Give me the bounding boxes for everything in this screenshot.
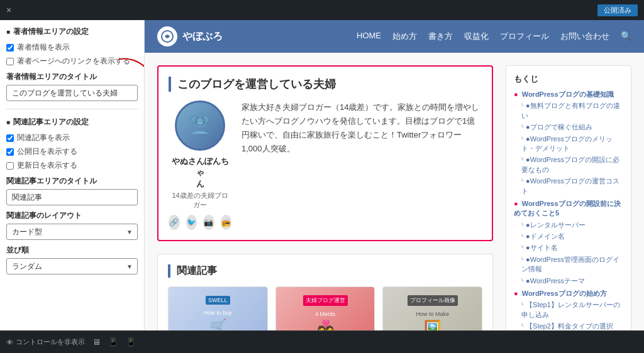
logo-text: やぼぶろ [182,30,223,43]
related-card-img-3: プロフィール画像 How to Make 🖼️ [383,287,482,330]
show-author-row[interactable]: 著者情報を表示 [6,42,138,53]
nav-home[interactable]: HOME [357,31,381,42]
toc-link-1[interactable]: WordPressブログの基礎知識 [522,90,614,98]
card-img-placeholder-3: プロフィール画像 How to Make 🖼️ [383,287,482,330]
desktop-view[interactable]: 🖥 [92,337,101,347]
related-layout-select-wrap[interactable]: カード型 [6,224,138,240]
related-layout-select[interactable]: カード型 [6,224,138,240]
show-author-link-checkbox[interactable] [6,58,14,65]
close-button[interactable]: × [6,5,11,15]
main-layout: 著者情報エリアの設定 著者情報を表示 著者ページへのリンクを表示する 著者情報エ… [0,20,644,330]
toc-bullet-7: ● [514,200,518,207]
rss-icon[interactable]: 📻 [221,215,232,230]
toc-item-9[interactable]: ●ドメイン名 [514,232,623,241]
related-card-img-1: SWELL How to buy 🛒 [169,287,267,330]
show-update-checkbox[interactable] [6,162,14,170]
related-card-3[interactable]: プロフィール画像 How to Make 🖼️ ブログのプロフィール画像の作り方… [382,286,482,330]
toc-item-2[interactable]: ●無料ブログと有料ブログの違い [514,101,623,121]
show-date-checkbox[interactable] [6,148,14,156]
related-title: 関連記事 [168,264,482,278]
arrow-container: 著者情報エリアのタイトル [6,72,138,101]
content-area: このブログを運営している夫婦 [145,53,644,330]
show-author-label: 著者情報を表示 [17,42,70,53]
sidebar: 著者情報エリアの設定 著者情報を表示 著者ページへのリンクを表示する 著者情報エ… [0,20,145,330]
bottom-toolbar: 👁 コントロールを非表示 🖥 📱 📱 [0,330,644,353]
show-date-row[interactable]: 公開日を表示する [6,146,138,157]
logo-icon [157,26,177,46]
published-button[interactable]: 公開済み [597,4,638,16]
control-toggle[interactable]: 👁 コントロールを非表示 [6,337,85,347]
toc-link-3[interactable]: ●ブログで稼ぐ仕組み [526,123,592,131]
toc-item-6[interactable]: ●WordPressブログの運営コスト [514,176,623,196]
show-related-row[interactable]: 関連記事を表示 [6,133,138,143]
related-area-title-input[interactable] [6,189,138,205]
show-update-row[interactable]: 更新日を表示する [6,160,138,171]
toc-link-2[interactable]: ●無料ブログと有料ブログの違い [521,102,620,119]
related-card-1[interactable]: SWELL How to buy 🛒 WordPressテーマ「SWELL」の購… [168,286,268,330]
instagram-icon[interactable]: 📷 [203,215,214,230]
show-related-label: 関連記事を表示 [17,133,70,143]
toc-item-14[interactable]: 【Step1】レンタルサーバーの申し込み [514,300,623,320]
toc-link-15[interactable]: 【Step2】料金タイプの選択 [526,322,613,330]
right-toc: もくじ ● WordPressブログの基礎知識 ●無料ブログと有料ブログの違い … [506,65,631,330]
toc-item-15[interactable]: 【Step2】料金タイプの選択 [514,322,623,330]
nav-start[interactable]: 始め方 [392,31,417,42]
search-icon[interactable]: 🔍 [621,31,631,42]
nav-bar: やぼぶろ HOME 始め方 書き方 収益化 プロフィール お問い合わせ 🔍 [145,20,644,53]
toc-link-10[interactable]: ●サイト名 [526,244,558,251]
related-section-title: 関連記事エリアの設定 [6,117,138,128]
toc-item-1[interactable]: ● WordPressブログの基礎知識 [514,90,623,99]
toc-link-12[interactable]: ●WordPressテーマ [526,277,585,285]
toc-link-5[interactable]: ●WordPressブログの開設に必要なもの [521,156,619,173]
twitter-icon[interactable]: 🐦 [186,215,197,230]
toc-link-4[interactable]: ●WordPressブログのメリット・デメリット [521,135,613,152]
eye-icon: 👁 [6,339,13,346]
preview-area: やぼぶろ HOME 始め方 書き方 収益化 プロフィール お問い合わせ 🔍 [145,20,644,330]
toc-link-7[interactable]: WordPressブログの開設前に決めておくこと5 [514,200,621,217]
nav-monetize[interactable]: 収益化 [464,31,489,42]
tablet-view[interactable]: 📱 [108,337,118,347]
toc-item-4[interactable]: ●WordPressブログのメリット・デメリット [514,134,623,154]
author-social: 🔗 🐦 📷 📻 [169,215,231,230]
show-related-checkbox[interactable] [6,134,14,142]
toc-item-10[interactable]: ●サイト名 [514,243,623,253]
related-layout-label: 関連記事のレイアウト [6,210,138,221]
toc-item-5[interactable]: ●WordPressブログの開設に必要なもの [514,155,623,175]
toc-item-11[interactable]: ●WordPress管理画面のログイン情報 [514,255,623,274]
toc-item-12[interactable]: ●WordPressテーマ [514,276,623,286]
show-author-link-label: 著者ページへのリンクを表示する [17,56,130,67]
author-avatar: やぬさんぽんちゃん 14歳差の夫婦ブロガー 🔗 🐦 📷 📻 [169,100,231,230]
toc-link-13[interactable]: WordPressブログの始め方 [522,290,607,297]
mobile-view[interactable]: 📱 [126,337,136,347]
avatar-image [175,100,225,151]
author-area-title-input[interactable] [6,85,138,101]
nav-contact[interactable]: お問い合わせ [560,31,609,42]
toc-bullet-1: ● [514,90,518,98]
nav-profile[interactable]: プロフィール [500,31,549,42]
nav-links: HOME 始め方 書き方 収益化 プロフィール お問い合わせ 🔍 [357,31,631,42]
show-author-link-row[interactable]: 著者ページへのリンクを表示する [6,56,138,67]
toc-link-11[interactable]: ●WordPress管理画面のログイン情報 [521,256,619,273]
toc-link-8[interactable]: ●レンタルサーバー [526,221,586,229]
toc-link-9[interactable]: ●ドメイン名 [526,232,565,240]
author-area-title-label: 著者情報エリアのタイトル [6,72,138,82]
svg-point-2 [191,116,199,123]
card-img-placeholder-1: SWELL How to buy 🛒 [169,287,267,330]
toc-link-14[interactable]: 【Step1】レンタルサーバーの申し込み [521,301,620,318]
show-date-label: 公開日を表示する [17,146,77,157]
nav-write[interactable]: 書き方 [428,31,453,42]
order-select[interactable]: ランダム [6,258,138,274]
divider1 [6,109,138,109]
order-select-wrap[interactable]: ランダム [6,258,138,274]
toc-item-7[interactable]: ● WordPressブログの開設前に決めておくこと5 [514,199,623,219]
link-icon[interactable]: 🔗 [169,215,180,230]
toc-item-3[interactable]: ●ブログで稼ぐ仕組み [514,122,623,132]
toc-link-6[interactable]: ●WordPressブログの運営コスト [521,177,619,194]
toc-item-8[interactable]: ●レンタルサーバー [514,220,623,230]
author-description: 家族大好き夫婦ブロガー（14歳差）です。家族との時間を増やしたい方へブログノウハ… [242,100,482,156]
nav-logo: やぼぶろ [157,26,223,46]
card-img-placeholder-2: 夫婦ブログ運営 4 Merits 💑 [276,287,375,330]
toc-item-13[interactable]: ● WordPressブログの始め方 [514,289,623,298]
show-author-checkbox[interactable] [6,44,14,52]
related-card-2[interactable]: 夫婦ブログ運営 4 Merits 💑 夫婦ブログを運営するメリットは4つ！事前準… [275,286,375,330]
